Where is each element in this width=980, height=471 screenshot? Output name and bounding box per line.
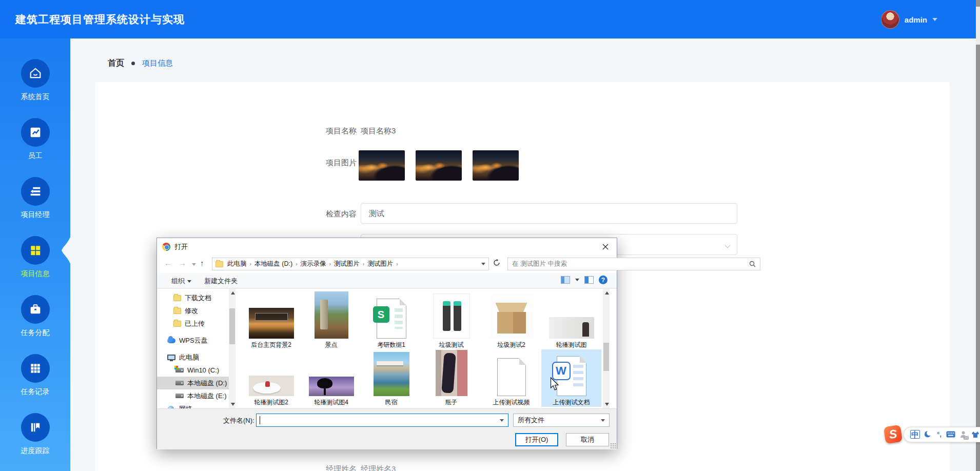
- project-image-3[interactable]: [473, 150, 519, 181]
- address-breadcrumb[interactable]: 此电脑›本地磁盘 (D:)›演示录像›测试图片›测试图片›: [212, 258, 489, 270]
- path-segment[interactable]: 演示录像: [299, 260, 328, 268]
- scroll-down-icon[interactable]: [605, 403, 609, 406]
- organize-button[interactable]: 组织: [171, 277, 191, 286]
- skin-tshirt-icon[interactable]: [971, 431, 979, 438]
- address-dropdown-icon[interactable]: [481, 263, 485, 265]
- file-item[interactable]: 垃圾测试: [421, 289, 481, 349]
- filename-input[interactable]: [256, 414, 508, 427]
- file-thumb-wrap: [549, 289, 594, 341]
- nav-item[interactable]: 本地磁盘 (D:): [157, 377, 229, 389]
- page-scrollbar-thumb[interactable]: [976, 7, 980, 45]
- scroll-down-icon[interactable]: [231, 403, 235, 406]
- sidebar-item-system-home[interactable]: 系统首页: [0, 53, 70, 112]
- manager-name-value: 经理姓名3: [361, 464, 396, 471]
- file-item[interactable]: 垃圾测试2: [481, 289, 541, 349]
- preview-pane-icon[interactable]: [584, 276, 594, 284]
- nav-item[interactable]: 下载文档: [157, 291, 229, 304]
- scroll-up-icon[interactable]: [605, 291, 609, 295]
- keyboard-icon[interactable]: [946, 431, 955, 438]
- sogou-logo-icon[interactable]: S: [884, 425, 903, 444]
- nav-item[interactable]: 网络: [157, 402, 229, 408]
- file-thumb-wrap: [249, 349, 294, 398]
- path-segment[interactable]: 此电脑: [225, 260, 249, 268]
- dialog-titlebar[interactable]: 打开: [157, 238, 617, 255]
- text-caret: [260, 416, 260, 424]
- sidebar-item-task-record[interactable]: 任务记录: [0, 348, 70, 407]
- cancel-button[interactable]: 取消: [566, 433, 609, 446]
- file-item[interactable]: 景点: [301, 289, 361, 349]
- sogou-toolbar: S 中 °, 20: [885, 426, 980, 443]
- filetype-combo[interactable]: 所有文件: [513, 414, 610, 427]
- nav-item[interactable]: 已上传: [157, 317, 229, 330]
- villa-photo-thumbnail: [374, 352, 409, 396]
- back-arrow-icon[interactable]: ←: [164, 259, 172, 267]
- path-separator-icon: ›: [328, 261, 332, 267]
- scrollbar-thumb[interactable]: [603, 343, 609, 371]
- sidebar-item-staff[interactable]: 员工: [0, 112, 70, 171]
- moon-icon[interactable]: [925, 430, 932, 438]
- close-icon[interactable]: [594, 238, 617, 255]
- user-level-icon[interactable]: 20: [960, 431, 967, 438]
- nav-item[interactable]: 本地磁盘 (E:): [157, 389, 229, 402]
- project-name-label: 项目名称: [290, 126, 357, 136]
- nav-item[interactable]: 此电脑: [157, 351, 229, 364]
- page-scrollbar[interactable]: [976, 0, 980, 471]
- sidebar-item-project-info[interactable]: 项目信息: [0, 230, 70, 289]
- dialog-toolbar: 组织 新建文件夹 ?: [157, 273, 617, 288]
- folder-icon: [173, 308, 181, 314]
- new-folder-button[interactable]: 新建文件夹: [204, 277, 238, 286]
- help-icon[interactable]: ?: [599, 276, 607, 284]
- refresh-icon[interactable]: [493, 259, 500, 268]
- project-image-1[interactable]: [359, 150, 405, 181]
- check-content-input[interactable]: 测试: [361, 203, 737, 224]
- file-item[interactable]: 上传测试视频: [481, 349, 541, 407]
- file-open-dialog: 打开 ← → ↑ 此电脑›本地磁盘 (D:)›演示录像›测试图片›测试图片› 在…: [156, 238, 617, 449]
- up-arrow-icon[interactable]: ↑: [200, 259, 204, 267]
- nav-pane-scrollbar[interactable]: [229, 289, 236, 408]
- resize-grip[interactable]: [611, 443, 616, 448]
- view-mode-icon[interactable]: [561, 276, 570, 284]
- file-item[interactable]: 轮播测试图2: [241, 349, 301, 407]
- user-menu[interactable]: admin: [881, 10, 937, 29]
- file-name-label: 景点: [325, 341, 338, 349]
- breadcrumb-home[interactable]: 首页: [108, 58, 124, 69]
- file-item[interactable]: W上传测试文档: [541, 349, 601, 407]
- path-segment[interactable]: 测试图片: [365, 260, 395, 268]
- file-name-label: 瓶子: [445, 398, 458, 407]
- file-item[interactable]: 民宿: [361, 349, 421, 407]
- file-list-scrollbar[interactable]: [603, 289, 610, 408]
- project-image-2[interactable]: [416, 150, 462, 181]
- file-item[interactable]: 轮播测试图4: [301, 349, 361, 407]
- nav-item[interactable]: WPS云盘: [157, 334, 229, 347]
- scroll-up-icon[interactable]: [231, 291, 235, 295]
- history-chevron-icon[interactable]: [192, 263, 196, 266]
- file-list: 后台主页背景2景点S考研数据1垃圾测试垃圾测试2轮播测试图 轮播测试图2轮播测试…: [239, 289, 611, 408]
- open-button[interactable]: 打开(O): [515, 433, 558, 446]
- file-name-label: 垃圾测试2: [497, 341, 525, 349]
- nav-item[interactable]: 修改: [157, 304, 229, 317]
- forward-arrow-icon[interactable]: →: [179, 259, 186, 267]
- check-content-value: 测试: [369, 209, 384, 219]
- dialog-body: 下载文档修改已上传WPS云盘此电脑Win10 (C:)本地磁盘 (D:)本地磁盘…: [157, 289, 617, 408]
- sidebar-item-task-assign[interactable]: 任务分配: [0, 289, 70, 348]
- file-name-label: 轮播测试图2: [254, 398, 288, 407]
- search-box[interactable]: 在 测试图片 中搜索: [507, 258, 760, 270]
- sidebar-item-project-manager[interactable]: 项目经理: [0, 171, 70, 230]
- sidebar-item-progress-track[interactable]: 进度跟踪: [0, 407, 70, 466]
- file-item[interactable]: 瓶子: [421, 349, 481, 407]
- chart-icon: [21, 118, 50, 147]
- punctuation-mode-icon[interactable]: °,: [937, 430, 942, 438]
- view-mode-chevron-icon[interactable]: [575, 279, 579, 281]
- scrollbar-thumb[interactable]: [229, 308, 235, 344]
- path-segment[interactable]: 测试图片: [332, 260, 362, 268]
- chinese-mode-icon[interactable]: 中: [910, 430, 920, 439]
- breadcrumb-current[interactable]: 项目信息: [142, 58, 173, 68]
- path-segment[interactable]: 本地磁盘 (D:): [252, 260, 295, 268]
- file-item[interactable]: 后台主页背景2: [241, 289, 301, 349]
- filename-dropdown-icon[interactable]: [500, 419, 504, 422]
- folder-nav-pane: 下载文档修改已上传WPS云盘此电脑Win10 (C:)本地磁盘 (D:)本地磁盘…: [157, 289, 229, 408]
- file-item[interactable]: S考研数据1: [361, 289, 421, 349]
- file-item[interactable]: 轮播测试图: [541, 289, 601, 349]
- file-name-label: 后台主页背景2: [251, 341, 291, 349]
- nav-item[interactable]: Win10 (C:): [157, 364, 229, 377]
